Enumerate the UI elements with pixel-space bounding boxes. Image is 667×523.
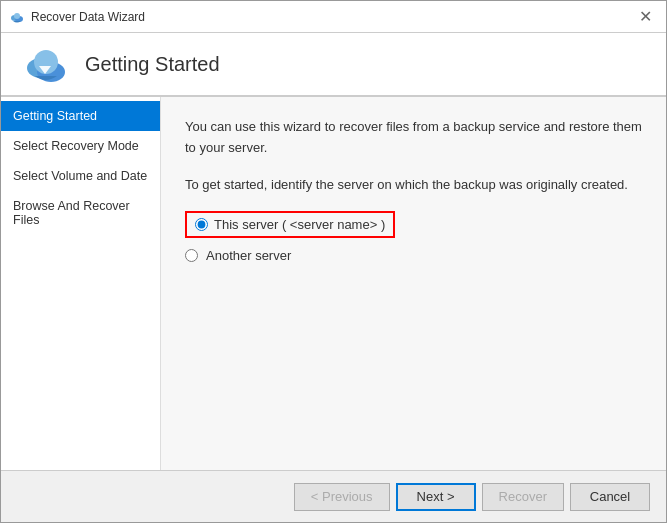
another-server-label: Another server [206, 248, 291, 263]
this-server-label: This server ( <server name> ) [214, 217, 385, 232]
description-line2: To get started, identify the server on w… [185, 175, 642, 196]
cancel-button[interactable]: Cancel [570, 483, 650, 511]
sidebar-item-select-recovery-mode[interactable]: Select Recovery Mode [1, 131, 160, 161]
wizard-footer: < Previous Next > Recover Cancel [1, 470, 666, 522]
content-area: Getting Started Select Recovery Mode Sel… [1, 97, 666, 470]
wizard-window: Recover Data Wizard ✕ Getting Started Ge… [0, 0, 667, 523]
sidebar-item-getting-started[interactable]: Getting Started [1, 101, 160, 131]
sidebar: Getting Started Select Recovery Mode Sel… [1, 97, 161, 470]
close-button[interactable]: ✕ [633, 7, 658, 27]
title-bar: Recover Data Wizard ✕ [1, 1, 666, 33]
app-icon [9, 9, 25, 25]
another-server-option[interactable]: Another server [185, 248, 642, 263]
title-bar-left: Recover Data Wizard [9, 9, 145, 25]
this-server-option[interactable]: This server ( <server name> ) [185, 211, 642, 238]
sidebar-item-select-volume-date[interactable]: Select Volume and Date [1, 161, 160, 191]
this-server-radio[interactable] [195, 218, 208, 231]
server-selection-group: This server ( <server name> ) Another se… [185, 211, 642, 263]
wizard-header-icon [21, 40, 69, 88]
window-title: Recover Data Wizard [31, 10, 145, 24]
wizard-header-title: Getting Started [85, 53, 220, 76]
svg-point-2 [14, 13, 20, 19]
previous-button[interactable]: < Previous [294, 483, 390, 511]
recover-button[interactable]: Recover [482, 483, 564, 511]
sidebar-item-browse-recover[interactable]: Browse And Recover Files [1, 191, 160, 235]
another-server-radio[interactable] [185, 249, 198, 262]
main-content: You can use this wizard to recover files… [161, 97, 666, 470]
wizard-header: Getting Started [1, 33, 666, 97]
next-button[interactable]: Next > [396, 483, 476, 511]
this-server-highlight-box: This server ( <server name> ) [185, 211, 395, 238]
description-line1: You can use this wizard to recover files… [185, 117, 642, 159]
